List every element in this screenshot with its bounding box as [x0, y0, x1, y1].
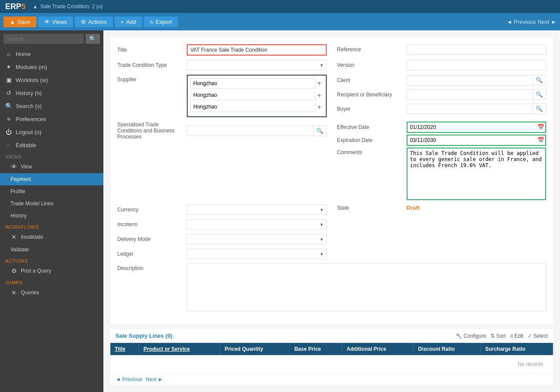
buyer-search-button[interactable]: 🔍 [533, 103, 546, 114]
sender-input[interactable] [190, 90, 315, 100]
expiration-date-input[interactable] [408, 136, 536, 144]
save-button[interactable]: ▲ Save [3, 16, 36, 27]
edit-label: Edit [514, 333, 524, 339]
next-button[interactable]: Next ► [537, 19, 557, 25]
effective-date-label: Effective Date [337, 124, 407, 130]
sidebar-item-history-sub[interactable]: History [0, 210, 103, 222]
sort-label: Sort [496, 333, 506, 339]
main-layout: 🔍 ⌂ Home ✦ Modules (m) ▣ Worklists (w) ↺… [0, 30, 560, 392]
select-button[interactable]: ✓ Select [528, 333, 548, 339]
sidebar-item-profile[interactable]: Profile [0, 185, 103, 198]
client-input[interactable] [407, 75, 533, 86]
supplier-row-1: + [190, 78, 323, 89]
preferences-icon: ≡ [5, 115, 12, 122]
ledger-select[interactable] [187, 249, 327, 259]
sidebar-item-history[interactable]: ↺ History (h) [0, 86, 103, 99]
delivery-mode-field [187, 234, 327, 244]
sidebar-item-post-query[interactable]: ⚙ Post a Query [0, 264, 103, 277]
incoterm-select[interactable] [187, 219, 327, 230]
queries-icon: ✕ [10, 289, 17, 296]
views-button[interactable]: 👁 Views [38, 16, 73, 27]
title-input[interactable] [187, 44, 327, 56]
recipient-search-button[interactable]: 🔍 [533, 89, 546, 100]
comments-textarea[interactable]: This Sale Trade Condition will be applie… [408, 149, 545, 197]
supplier-box: + + + [187, 75, 327, 117]
sidebar-item-invalidate[interactable]: ✕ Invalidate [0, 231, 103, 244]
sidebar-item-queries[interactable]: ✕ Queries [0, 286, 103, 299]
description-textarea[interactable] [187, 264, 546, 311]
buyer-input[interactable] [407, 104, 533, 114]
reference-input[interactable] [407, 44, 547, 55]
sidebar-item-payment[interactable]: Payment [0, 173, 103, 185]
table-previous-button[interactable]: ◄ Previous [116, 376, 142, 382]
client-search-button[interactable]: 🔍 [533, 75, 546, 86]
table-header-row: Title Product or Service Priced Quantity… [110, 343, 553, 355]
reference-label: Reference [337, 46, 407, 53]
specialised-input[interactable] [187, 125, 314, 136]
previous-button[interactable]: ◄ Previous [507, 19, 536, 25]
reference-field [407, 44, 547, 55]
table-next-button[interactable]: Next ► [146, 376, 163, 382]
search-button[interactable]: 🔍 [86, 34, 100, 44]
supply-lines-title: Sale Supply Lines (0) [116, 333, 456, 339]
version-input[interactable] [407, 60, 547, 70]
sort-button[interactable]: ⇅ Sort [490, 333, 506, 339]
sidebar-item-editable[interactable]: ✓ Editable [0, 138, 103, 152]
sidebar-item-editable-label: Editable [16, 142, 36, 148]
invalidate-icon: ✕ [10, 234, 17, 240]
select-icon: ✓ [528, 333, 532, 339]
save-label: Save [17, 19, 30, 25]
configure-button[interactable]: 🔧 Configure [456, 333, 486, 339]
sidebar-item-modules[interactable]: ✦ Modules (m) [0, 60, 103, 73]
seller-input[interactable] [190, 102, 315, 112]
sidebar-item-home[interactable]: ⌂ Home [0, 47, 103, 60]
supplier-add-button[interactable]: + [315, 79, 323, 87]
incoterm-label: Incoterm [117, 221, 187, 227]
table-next-arrow: ► [158, 376, 163, 382]
add-button[interactable]: + Add [115, 16, 142, 27]
calendar-icon: 📅 [537, 124, 544, 130]
col-base-price: Base Price [290, 343, 342, 355]
edit-button[interactable]: ≡ Edit [510, 333, 524, 339]
currency-select[interactable] [187, 204, 327, 215]
sidebar-item-search[interactable]: 🔍 Search (s) [0, 99, 103, 112]
comments-label: Comments [337, 148, 407, 155]
worklists-icon: ▣ [5, 76, 12, 83]
sidebar-item-history-sub-label: History [10, 213, 27, 219]
top-bar: ERP5 ▲ Sale Trade Condition: 2 (u) [0, 0, 560, 13]
sidebar-item-preferences-label: Preferences [16, 116, 46, 122]
export-button[interactable]: ⎋ Export [144, 16, 178, 27]
add-label: Add [126, 19, 136, 25]
effective-date-input[interactable] [408, 123, 536, 131]
state-value: Draft [407, 204, 420, 211]
supply-table: Title Product or Service Priced Quantity… [110, 343, 553, 374]
seller-add-button[interactable]: + [315, 103, 323, 111]
sender-add-button[interactable]: + [315, 92, 323, 99]
sidebar-item-view[interactable]: 👁 View [0, 160, 103, 173]
right-col: Client 🔍 Recipient or Beneficiary 🔍 [337, 75, 547, 114]
sidebar-item-preferences[interactable]: ≡ Preferences [0, 112, 103, 125]
title-field [187, 44, 327, 56]
actions-label: Actions [88, 19, 107, 25]
add-icon: + [121, 19, 124, 25]
title-label: Title [117, 47, 187, 53]
sidebar-item-trade-model-lines[interactable]: Trade Model Lines [0, 198, 103, 210]
trade-condition-type-select[interactable] [187, 60, 327, 70]
search-input[interactable] [3, 34, 84, 44]
sidebar-item-profile-label: Profile [10, 188, 25, 194]
recipient-input[interactable] [407, 89, 533, 100]
sidebar-item-worklists[interactable]: ▣ Worklists (w) [0, 73, 103, 86]
supplier-input[interactable] [190, 78, 315, 89]
logout-icon: ⏻ [5, 128, 12, 135]
specialised-search-button[interactable]: 🔍 [314, 125, 327, 136]
version-field [407, 60, 547, 70]
supply-lines-header: Sale Supply Lines (0) 🔧 Configure ⇅ Sort… [110, 329, 553, 343]
breadcrumb: ▲ Sale Trade Condition: 2 (u) [33, 3, 103, 10]
delivery-mode-select[interactable] [187, 234, 327, 244]
description-label: Description [117, 264, 187, 271]
toolbar: ▲ Save 👁 Views ⚙ Actions + Add ⎋ Export … [0, 13, 560, 30]
sidebar-item-validate[interactable]: Validate [0, 244, 103, 256]
description-row: Description [117, 264, 546, 313]
actions-button[interactable]: ⚙ Actions [75, 16, 113, 27]
sidebar-item-logout[interactable]: ⏻ Logout (o) [0, 125, 103, 138]
